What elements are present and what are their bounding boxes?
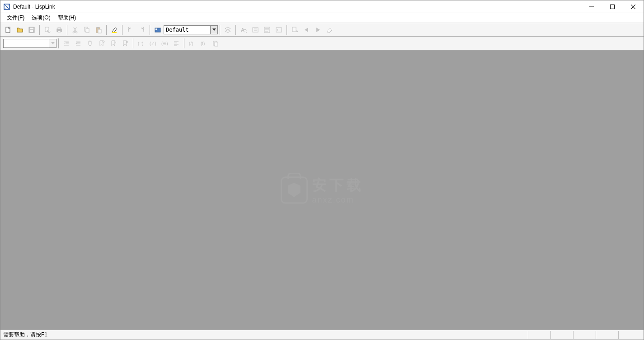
console-button[interactable] <box>273 24 284 35</box>
bookmark-icon <box>98 40 105 47</box>
symbol-combo[interactable] <box>3 39 56 48</box>
separator <box>106 25 107 35</box>
indent-button[interactable] <box>61 38 72 49</box>
step-forward-button[interactable] <box>313 24 324 35</box>
copy-format-button[interactable] <box>210 38 221 49</box>
status-cell <box>573 331 596 339</box>
svg-rect-8 <box>30 30 33 32</box>
bookmark-next-button[interactable] <box>108 38 119 49</box>
paren-select-button[interactable]: (::) <box>136 38 146 49</box>
svg-rect-17 <box>86 28 89 33</box>
minimize-button[interactable] <box>581 0 602 13</box>
menu-help[interactable]: 帮助(H) <box>54 13 80 23</box>
print-button[interactable] <box>54 24 65 35</box>
dropdown-arrow-icon <box>210 26 217 34</box>
console-icon <box>275 26 282 33</box>
paren-wrap-icon: (※) <box>161 40 168 47</box>
cut-icon <box>71 26 79 33</box>
status-cell <box>550 331 573 339</box>
svg-rect-12 <box>58 28 61 29</box>
maximize-button[interactable] <box>602 0 623 13</box>
dropdown-arrow-icon <box>49 39 56 47</box>
workspace: 安下载 anxz.com <box>0 50 644 330</box>
separator <box>235 25 236 35</box>
paren-check-icon: (✓) <box>149 40 156 47</box>
redo-button[interactable] <box>136 24 147 35</box>
paren-check-button[interactable]: (✓) <box>147 38 158 49</box>
separator <box>184 38 184 48</box>
svg-point-14 <box>73 31 75 33</box>
status-cell <box>618 331 641 339</box>
separator <box>122 25 122 35</box>
paren-wrap-button[interactable]: (※) <box>159 38 170 49</box>
copy-doc-icon <box>212 40 219 47</box>
eraser-icon <box>326 26 334 33</box>
step-back-button[interactable] <box>301 24 312 35</box>
menu-options[interactable]: 选项(O) <box>28 13 54 23</box>
undo-button[interactable] <box>125 24 136 35</box>
project-button[interactable] <box>152 24 163 35</box>
highlight-icon <box>111 26 118 33</box>
separator <box>67 25 67 35</box>
undo-icon <box>127 26 134 33</box>
bookmark-clear-button[interactable] <box>120 38 131 49</box>
new-file-button[interactable] <box>3 24 14 35</box>
print-preview-button[interactable] <box>42 24 53 35</box>
layers-button[interactable] <box>222 24 233 35</box>
close-button[interactable] <box>623 0 644 13</box>
menu-file[interactable]: 文件(F) <box>3 13 28 23</box>
load-button[interactable] <box>289 24 300 35</box>
svg-rect-2 <box>611 5 615 9</box>
svg-text:(/): (/) <box>189 41 193 46</box>
insert-paren-button[interactable]: (/) <box>187 38 197 49</box>
replace-icon <box>252 26 259 33</box>
find-button[interactable]: A <box>238 24 249 35</box>
profile-combo-value: Default <box>164 27 210 33</box>
open-file-button[interactable] <box>14 24 25 35</box>
cut-button[interactable] <box>70 24 80 35</box>
redo-icon <box>138 26 146 33</box>
align-button[interactable] <box>171 38 182 49</box>
titlebar: Default - LispLink <box>0 0 644 13</box>
copy-icon <box>83 26 90 33</box>
outdent-button[interactable] <box>73 38 84 49</box>
load-icon <box>291 26 298 33</box>
svg-rect-7 <box>30 28 33 29</box>
bookmark-clear-icon <box>122 40 129 47</box>
highlight-button[interactable] <box>109 24 120 35</box>
svg-text:(✓): (✓) <box>150 41 156 46</box>
indent-icon <box>63 40 70 47</box>
profile-combo[interactable]: Default <box>164 25 218 34</box>
svg-rect-20 <box>98 29 101 33</box>
bookmark-toggle-button[interactable] <box>96 38 107 49</box>
statusbar: 需要帮助，请按F1 <box>0 330 644 340</box>
align-icon <box>173 40 180 47</box>
replace-button[interactable] <box>250 24 261 35</box>
format-button[interactable] <box>262 24 273 35</box>
project-icon <box>154 26 161 33</box>
outdent-icon <box>75 40 82 47</box>
save-button[interactable] <box>26 24 37 35</box>
open-folder-icon <box>16 26 24 33</box>
stop-button[interactable] <box>324 24 335 35</box>
watermark-text-main: 安下载 <box>312 175 364 195</box>
separator <box>220 25 220 35</box>
svg-rect-13 <box>58 31 61 32</box>
svg-text:(::): (::) <box>138 41 143 46</box>
paste-button[interactable] <box>93 24 104 35</box>
insert-fn-button[interactable]: (f) <box>198 38 209 49</box>
paren-slash-icon: (/) <box>188 40 196 47</box>
svg-rect-21 <box>112 32 117 33</box>
hand-icon <box>86 40 94 47</box>
window-title: Default - LispLink <box>13 4 581 10</box>
hand-button[interactable] <box>85 38 95 49</box>
copy-button[interactable] <box>81 24 92 35</box>
watermark-text-sub: anxz.com <box>312 195 364 205</box>
paren-select-icon: (::) <box>137 40 145 47</box>
separator <box>39 25 40 35</box>
svg-text:(※): (※) <box>161 41 168 46</box>
triangle-left-icon <box>304 27 309 33</box>
toolbar-secondary: (::) (✓) (※) (/) (f) <box>0 37 644 50</box>
paste-icon <box>95 26 102 33</box>
status-help-text: 需要帮助，请按F1 <box>3 331 528 339</box>
